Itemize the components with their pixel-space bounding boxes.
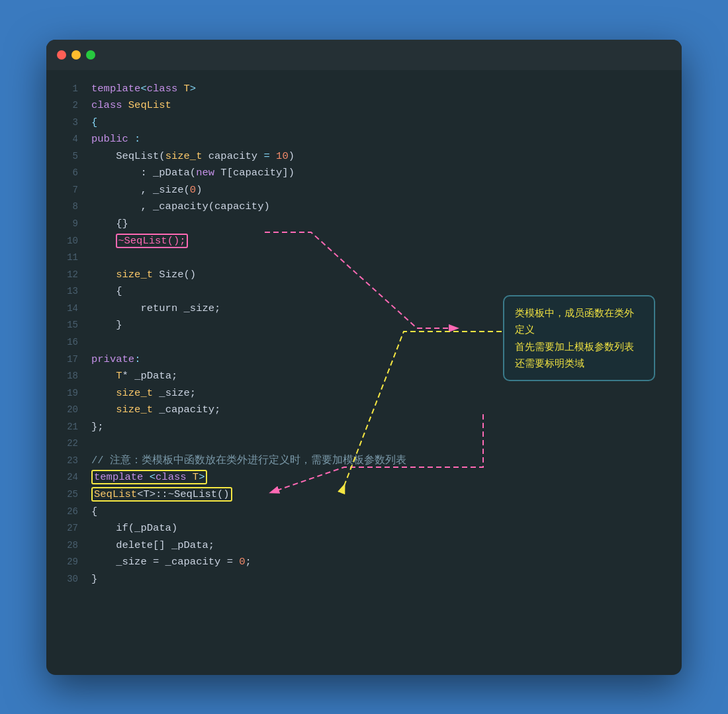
code-line: 21}; xyxy=(60,419,668,436)
code-line: 2class SeqList xyxy=(60,97,668,114)
code-line: 30} xyxy=(60,571,668,588)
annotation-text-3: 还需要标明类域 xyxy=(515,357,584,369)
code-line: 8 , _capacity(capacity) xyxy=(60,199,668,216)
code-line: 11 xyxy=(60,249,668,267)
traffic-lights xyxy=(57,50,95,60)
code-line: 27 if(_pData) xyxy=(60,520,668,537)
code-line: 25SeqList<T>::~SeqList() xyxy=(60,486,668,504)
code-line: 22 xyxy=(60,435,668,453)
code-line: 9 {} xyxy=(60,216,668,233)
code-line: 1template<class T> xyxy=(60,81,668,98)
annotation-text: 类模板中，成员函数在类外定义 xyxy=(515,307,634,335)
code-line: 3{ xyxy=(60,114,668,132)
code-editor: 1template<class T> 2class SeqList 3{ 4pu… xyxy=(46,70,682,675)
annotation-box: 类模板中，成员函数在类外定义 首先需要加上模板参数列表 还需要标明类域 xyxy=(503,295,655,381)
maximize-button[interactable] xyxy=(86,50,95,60)
code-line: 23// 注意：类模板中函数放在类外进行定义时，需要加模板参数列表 xyxy=(60,453,668,470)
close-button[interactable] xyxy=(57,50,66,60)
code-line: 19 size_t _size; xyxy=(60,385,668,402)
code-line: 12 size_t Size() xyxy=(60,267,668,284)
code-line: 4public : xyxy=(60,131,668,148)
code-line: 5 SeqList(size_t capacity = 10) xyxy=(60,148,668,165)
code-line: 10 ~SeqList(); xyxy=(60,233,668,250)
code-line: 7 , _size(0) xyxy=(60,182,668,199)
minimize-button[interactable] xyxy=(71,50,81,60)
code-line: 29 _size = _capacity = 0; xyxy=(60,554,668,571)
code-line: 20 size_t _capacity; xyxy=(60,402,668,419)
editor-window: 1template<class T> 2class SeqList 3{ 4pu… xyxy=(46,40,682,675)
annotation-text-2: 首先需要加上模板参数列表 xyxy=(515,341,634,352)
code-line: 24template <class T> xyxy=(60,469,668,486)
titlebar xyxy=(46,40,682,70)
code-line: 26{ xyxy=(60,504,668,521)
destructor-highlight: ~SeqList(); xyxy=(116,234,187,248)
code-line: 28 delete[] _pData; xyxy=(60,537,668,555)
code-line: 6 : _pData(new T[capacity]) xyxy=(60,165,668,182)
